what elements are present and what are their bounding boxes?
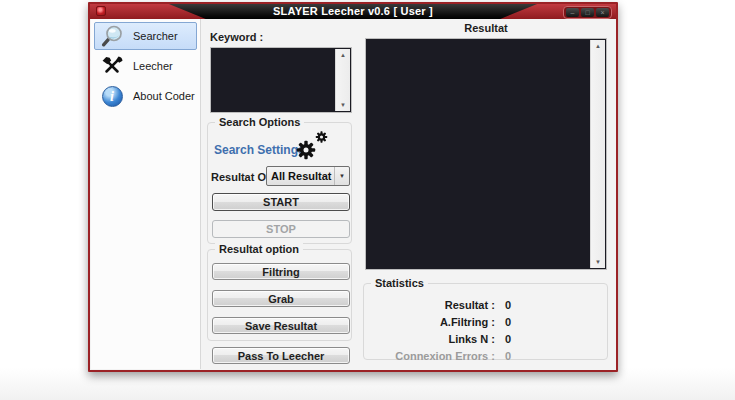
resultat-option-group-label: Resultat option	[215, 243, 303, 255]
maximize-button[interactable]: □	[581, 8, 594, 17]
stat-value: 0	[505, 333, 511, 345]
minimize-button[interactable]: –	[566, 8, 579, 17]
keyword-scrollbar[interactable]: ▲ ▼	[335, 49, 350, 111]
resultat-title: Resultat	[365, 22, 607, 34]
app-window: SLAYER Leecher v0.6 [ User ] – □ ×	[88, 2, 618, 372]
chevron-down-icon[interactable]: ▼	[334, 167, 349, 185]
keyword-label: Keyword :	[210, 31, 263, 43]
statistics-group: Statistics Resultat : 0 A.Filtring : 0 L…	[363, 283, 608, 360]
sidebar: Searcher Leecher	[91, 19, 201, 369]
sidebar-item-label: Leecher	[133, 60, 173, 72]
stat-row-resultat: Resultat : 0	[364, 296, 607, 313]
close-button[interactable]: ×	[596, 8, 609, 17]
stat-value: 0	[505, 316, 511, 328]
sidebar-item-label: About Coder	[133, 90, 195, 102]
stat-label: Resultat :	[445, 299, 495, 311]
stat-row-connexion-errors: Connexion Errors : 0	[364, 347, 607, 364]
sidebar-item-about-coder[interactable]: i About Coder	[94, 82, 197, 110]
gears-icon	[294, 129, 330, 167]
combo-selected-value: All Resultat	[267, 170, 334, 182]
stat-value: 0	[505, 350, 511, 362]
pass-to-leecher-button[interactable]: Pass To Leecher	[212, 347, 350, 364]
start-button[interactable]: START	[212, 193, 350, 211]
grab-button[interactable]: Grab	[212, 290, 350, 307]
search-options-group-label: Search Options	[215, 116, 304, 128]
stat-label: Links N :	[448, 333, 494, 345]
desktop-background: SLAYER Leecher v0.6 [ User ] – □ ×	[0, 0, 735, 400]
stat-label: Connexion Errors :	[395, 350, 495, 362]
resultat-output[interactable]: ▲ ▼	[365, 38, 607, 270]
keyword-input[interactable]: ▲ ▼	[210, 47, 352, 113]
client-area: Searcher Leecher	[90, 19, 616, 370]
resultat-scrollbar[interactable]: ▲ ▼	[590, 40, 605, 268]
scroll-down-icon[interactable]: ▼	[340, 99, 346, 111]
stop-button: STOP	[212, 220, 350, 238]
scroll-up-icon[interactable]: ▲	[595, 40, 601, 52]
info-icon: i	[100, 84, 124, 108]
resultat-of-last-select[interactable]: All Resultat ▼	[266, 166, 350, 186]
sidebar-item-leecher[interactable]: Leecher	[94, 52, 197, 80]
stat-row-links: Links N : 0	[364, 330, 607, 347]
statistics-group-label: Statistics	[371, 277, 428, 289]
magnifier-icon	[100, 24, 124, 48]
titlebar[interactable]: SLAYER Leecher v0.6 [ User ] – □ ×	[90, 4, 616, 19]
window-title: SLAYER Leecher v0.6 [ User ]	[90, 4, 616, 19]
stat-label: A.Filtring :	[440, 316, 495, 328]
window-controls: – □ ×	[563, 6, 612, 19]
filtring-button[interactable]: Filtring	[212, 263, 350, 280]
stat-row-afiltring: A.Filtring : 0	[364, 313, 607, 330]
hammer-wrench-icon	[100, 54, 124, 78]
scroll-up-icon[interactable]: ▲	[340, 49, 346, 61]
scroll-down-icon[interactable]: ▼	[595, 256, 601, 268]
sidebar-item-searcher[interactable]: Searcher	[94, 22, 197, 50]
sidebar-item-label: Searcher	[133, 30, 178, 42]
save-resultat-button[interactable]: Save Resultat	[212, 317, 350, 334]
stat-value: 0	[505, 299, 511, 311]
